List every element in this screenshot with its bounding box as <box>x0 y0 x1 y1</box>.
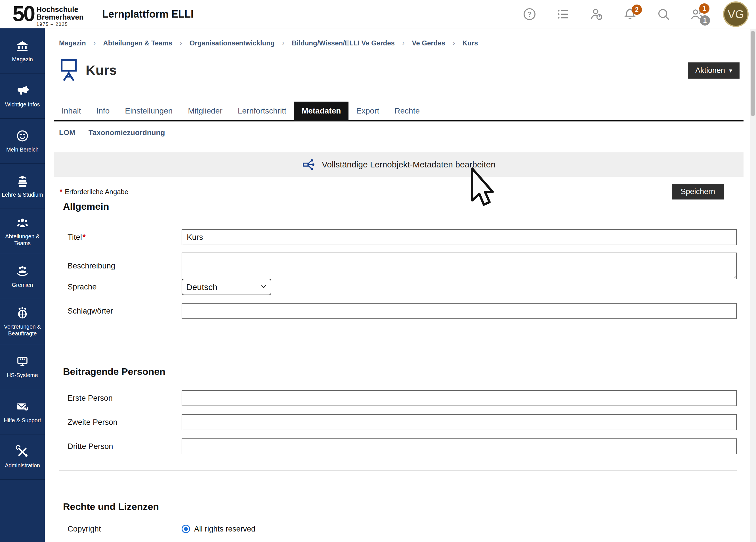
field-row-copyright: Copyright All rights reserved <box>59 524 737 533</box>
save-button[interactable]: Speichern <box>672 184 724 199</box>
sidebar-item-magazin[interactable]: Magazin <box>0 28 45 73</box>
actions-button[interactable]: Aktionen ▾ <box>688 62 740 79</box>
search-button[interactable] <box>656 7 671 22</box>
breadcrumb: Magazin › Abteilungen & Teams › Organisa… <box>59 39 478 47</box>
beschreibung-textarea[interactable] <box>182 253 737 279</box>
breadcrumb-item-ve-gerdes[interactable]: Ve Gerdes <box>412 39 445 47</box>
breadcrumb-item-abteilungen[interactable]: Abteilungen & Teams <box>103 39 172 47</box>
svg-text:***: *** <box>20 358 25 363</box>
people-group-icon <box>16 216 29 230</box>
pending-requests-button[interactable]: ! <box>589 7 604 22</box>
caret-down-icon: ▾ <box>729 67 732 74</box>
sidebar-item-wichtige-infos[interactable]: Wichtige Infos <box>0 73 45 119</box>
breadcrumb-separator: › <box>93 39 96 47</box>
tab-einstellungen[interactable]: Einstellungen <box>117 102 180 120</box>
dritte-person-input[interactable] <box>182 438 737 454</box>
sidebar-item-label: Magazin <box>12 56 33 63</box>
notifications-badge: 2 <box>632 5 642 15</box>
people-on-hand-icon <box>16 264 29 278</box>
page-title: Kurs <box>86 62 117 78</box>
page-header: Kurs <box>59 58 117 82</box>
sidebar-item-label: Hilfe & Support <box>4 417 41 424</box>
sidebar-item-label: Gremien <box>12 281 33 288</box>
sidebar-item-label: Vertretungen & Beauftragte <box>1 323 43 337</box>
main-sidebar: Magazin Wichtige Infos Mein Bereich <box>0 28 45 542</box>
sidebar-item-mein-bereich[interactable]: Mein Bereich <box>0 119 45 164</box>
app-window: 50 Hochschule Bremerhaven 1975 – 2025 Le… <box>0 0 756 542</box>
tab-metadaten[interactable]: Metadaten <box>294 102 348 120</box>
logo-50: 50 <box>12 2 34 25</box>
app-title: Lernplattform ELLI <box>102 8 194 20</box>
subtab-taxonomiezuordnung[interactable]: Taxonomiezuordnung <box>89 128 165 137</box>
sidebar-item-label: Wichtige Infos <box>5 101 40 108</box>
section-title-beitragende: Beitragende Personen <box>63 366 165 377</box>
sidebar-item-label: Mein Bereich <box>6 146 39 153</box>
user-alert-icon: ! <box>589 7 604 21</box>
list-icon <box>556 7 570 21</box>
sidebar-item-vertretungen[interactable]: Vertretungen & Beauftragte <box>0 299 45 344</box>
logo-line1: Hochschule <box>37 6 84 13</box>
edit-full-metadata-bar[interactable]: Vollständige Lernobjekt-Metadaten bearbe… <box>54 152 744 177</box>
breadcrumb-item-bildung-wissen[interactable]: Bildung/Wissen/ELLI Ve Gerdes <box>292 39 395 47</box>
schlagwoerter-input[interactable] <box>182 303 737 319</box>
breadcrumb-item-kurs[interactable]: Kurs <box>463 39 478 47</box>
members-button[interactable]: 1 1 <box>690 7 704 22</box>
field-row-beschreibung: Beschreibung <box>59 253 737 279</box>
notifications-button[interactable]: 2 <box>623 7 637 22</box>
titel-label: Titel* <box>59 233 182 242</box>
sidebar-item-administration[interactable]: Administration <box>0 434 45 480</box>
mail-question-icon: ? <box>16 400 29 413</box>
breadcrumb-item-organisationsentwicklung[interactable]: Organisationsentwicklung <box>190 39 275 47</box>
breadcrumb-separator: › <box>402 39 405 47</box>
bank-icon <box>16 39 29 52</box>
overview-list-button[interactable] <box>556 7 570 22</box>
help-button[interactable]: ? <box>522 7 537 22</box>
scrollbar-thumb[interactable] <box>751 31 755 116</box>
user-avatar[interactable]: VG <box>723 1 749 27</box>
top-header: 50 Hochschule Bremerhaven 1975 – 2025 Le… <box>0 0 756 28</box>
sidebar-item-label: Lehre & Studium <box>2 191 43 198</box>
sidebar-item-label: Administration <box>5 462 40 469</box>
sidebar-item-gremien[interactable]: Gremien <box>0 254 45 299</box>
breadcrumb-item-magazin[interactable]: Magazin <box>59 39 86 47</box>
copyright-label: Copyright <box>59 524 182 533</box>
metadata-subtabs: LOM Taxonomiezuordnung <box>59 128 165 137</box>
zweite-person-label: Zweite Person <box>59 418 182 427</box>
section-divider <box>59 470 737 471</box>
tab-lernfortschritt[interactable]: Lernfortschritt <box>230 102 294 120</box>
tab-info[interactable]: Info <box>89 102 117 120</box>
sidebar-item-hilfe-support[interactable]: ? Hilfe & Support <box>0 389 45 434</box>
tab-inhalt[interactable]: Inhalt <box>54 102 89 120</box>
subtab-lom[interactable]: LOM <box>59 128 75 137</box>
tab-rechte[interactable]: Rechte <box>387 102 427 120</box>
books-icon <box>16 174 29 188</box>
section-title-rechte: Rechte und Lizenzen <box>63 501 159 512</box>
zweite-person-input[interactable] <box>182 414 737 430</box>
sidebar-item-label: Abteilungen & Teams <box>1 233 43 247</box>
svg-text:?: ? <box>25 406 28 411</box>
required-asterisk: * <box>60 187 62 196</box>
crossed-tools-icon <box>16 445 29 459</box>
page-scrollbar[interactable] <box>750 29 756 542</box>
sidebar-item-lehre-studium[interactable]: Lehre & Studium <box>0 164 45 209</box>
sprache-select[interactable]: Deutsch <box>182 279 271 295</box>
university-logo: 50 Hochschule Bremerhaven 1975 – 2025 <box>12 2 84 27</box>
logo-line2: Bremerhaven <box>37 13 84 21</box>
share-nodes-icon <box>302 158 316 171</box>
sidebar-item-abteilungen-teams[interactable]: Abteilungen & Teams <box>0 209 45 254</box>
sidebar-item-hs-systeme[interactable]: *** HS-Systeme <box>0 344 45 389</box>
erste-person-input[interactable] <box>182 390 737 406</box>
svg-text:?: ? <box>527 10 532 18</box>
tab-mitglieder[interactable]: Mitglieder <box>180 102 230 120</box>
titel-input[interactable] <box>182 229 737 245</box>
breadcrumb-separator: › <box>282 39 285 47</box>
search-icon <box>656 7 671 21</box>
copyright-radio-selected[interactable] <box>182 525 190 533</box>
field-row-dritte-person: Dritte Person <box>59 438 737 454</box>
monitor-asterisks-icon: *** <box>16 355 29 368</box>
course-tabs: Inhalt Info Einstellungen Mitglieder Ler… <box>54 102 744 121</box>
tab-export[interactable]: Export <box>348 102 387 120</box>
main-content: Magazin › Abteilungen & Teams › Organisa… <box>45 28 750 542</box>
copyright-option-label: All rights reserved <box>194 525 255 533</box>
schlagwoerter-label: Schlagwörter <box>59 306 182 316</box>
